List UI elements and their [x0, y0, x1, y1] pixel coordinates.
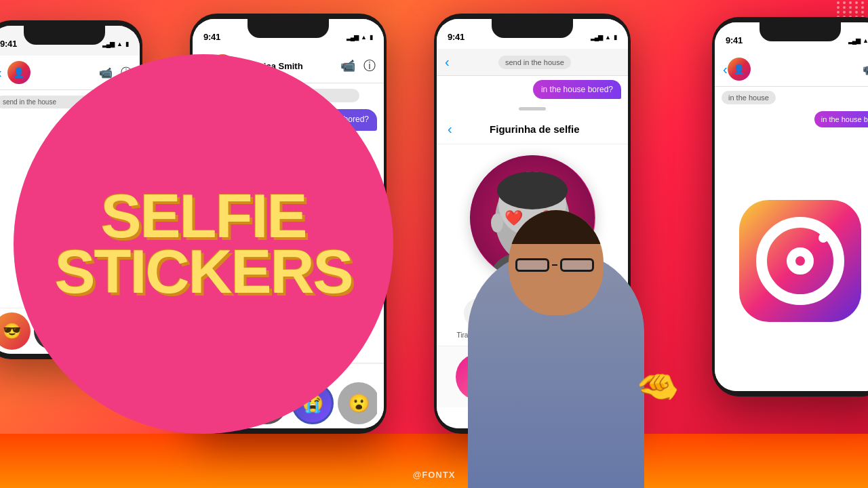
back-icon[interactable]: ‹: [0, 65, 2, 81]
insta-ring: [756, 217, 844, 305]
phone-4-sent-area: in the house bo: [715, 108, 868, 130]
battery-icon-2: [370, 33, 373, 41]
phone-3-selfie-header: ‹ Figurinha de selfie: [437, 115, 628, 144]
video-icon[interactable]: 📹: [99, 66, 113, 79]
phone-2-time: 9:41: [203, 32, 220, 42]
person-glasses: [515, 258, 597, 272]
phone-3-drag-area: [437, 103, 628, 115]
sticker-face-4[interactable]: 😮: [338, 382, 377, 424]
person-body: 🤏: [420, 176, 692, 488]
phone-1-notch: [24, 26, 105, 45]
glasses-bridge: [552, 264, 557, 266]
phone-4-avatar: 👤: [728, 58, 751, 81]
person-hair: [509, 210, 604, 244]
wifi-icon-2: [361, 33, 367, 41]
battery-icon: [125, 40, 129, 47]
decorative-dots: [837, 1, 865, 18]
glasses-right: [560, 258, 594, 272]
phone-4-status-icons: [848, 37, 868, 44]
insta-dot: [818, 233, 828, 243]
stickers-heading: STICKERS: [54, 241, 352, 302]
phone-3-sent-bubble: in the house bored?: [533, 80, 621, 99]
phone-2-header-right: 📹 ⓘ: [340, 58, 376, 74]
person-head: [509, 210, 604, 315]
pink-circle-overlay: SELFIE STICKERS: [14, 54, 393, 434]
back-icon-3[interactable]: ‹: [445, 54, 450, 70]
back-icon-4[interactable]: ‹: [723, 62, 728, 77]
drag-handle: [519, 107, 546, 110]
phone-3-header-center: send in the house: [450, 56, 620, 69]
phone-1-header-left: ‹ 👤: [0, 61, 31, 84]
phone-1-avatar: 👤: [7, 61, 31, 84]
battery-icon-3: [614, 33, 617, 41]
wifi-icon: [117, 40, 123, 47]
phone-4-insta-area: [715, 130, 868, 391]
info-icon-2[interactable]: ⓘ: [363, 58, 376, 74]
phone-3-msg-preview: send in the house: [498, 56, 571, 69]
phone-4-notch: [760, 22, 841, 41]
instagram-logo: [739, 200, 861, 322]
phone-2-notch: [248, 19, 329, 38]
insta-center: [787, 247, 814, 274]
phone-1-time: 9:41: [0, 39, 17, 49]
phone-3-time: 9:41: [448, 32, 465, 42]
phone-4-sent-bubble: in the house bo: [814, 111, 868, 127]
signal-icon-4: [848, 37, 860, 44]
video-icon-2[interactable]: 📹: [340, 58, 355, 73]
phone-4-received-area: in the house: [715, 87, 868, 108]
back-icon-selfie[interactable]: ‹: [448, 121, 452, 137]
sticker-1[interactable]: 😎: [0, 312, 31, 350]
phone-2-status-icons: [347, 33, 373, 41]
selfie-title: Figurinha de selfie: [452, 123, 617, 135]
host-person: 🤏: [420, 163, 692, 488]
signal-icon: [102, 40, 114, 47]
video-icon-4[interactable]: 📹: [863, 62, 868, 77]
phone-3-status-icons: [591, 33, 617, 41]
signal-icon-2: [347, 33, 358, 41]
phone-4-screen: 9:41 ‹ 👤 📹 in the house in the house bo: [715, 22, 868, 391]
glasses-left: [515, 258, 549, 272]
phone-4-time: 9:41: [726, 35, 743, 45]
phone-3-notch: [492, 19, 573, 38]
signal-icon-3: [591, 33, 602, 41]
phone-1-status-icons: [102, 40, 129, 47]
wifi-icon-4: [863, 37, 868, 44]
phone-4-chat-header: ‹ 👤 📹: [715, 52, 868, 87]
phone-4-received: in the house: [722, 91, 776, 104]
phone-3-chat-header: ‹ send in the house: [437, 49, 628, 76]
watermark: @FONTX: [413, 470, 456, 480]
phone-4: 9:41 ‹ 👤 📹 in the house in the house bo: [712, 17, 868, 396]
phone-3-sent-area: in the house bored?: [437, 76, 628, 103]
wifi-icon-3: [605, 33, 611, 41]
